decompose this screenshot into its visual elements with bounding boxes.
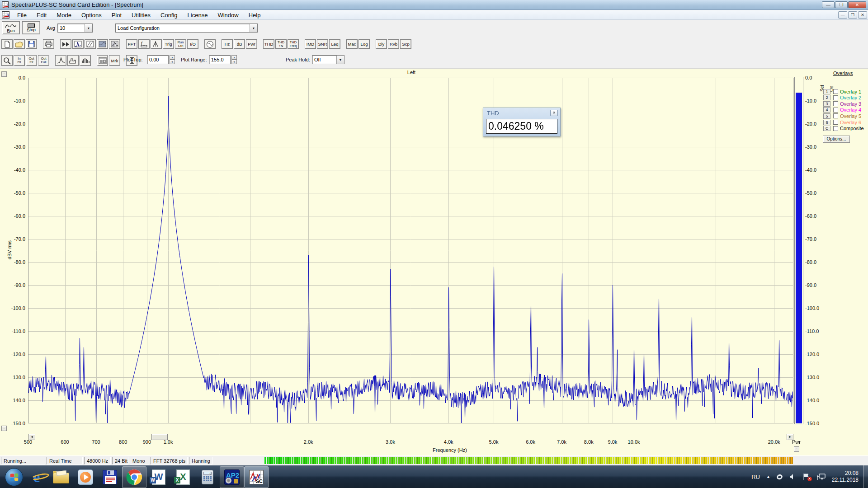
menu-item-utilities[interactable]: Utilities xyxy=(127,11,156,19)
overlay-set-button-4[interactable]: 4 xyxy=(823,107,830,113)
print-button[interactable] xyxy=(43,39,54,49)
delay-button[interactable]: Dly xyxy=(376,39,387,49)
menu-item-file[interactable]: File xyxy=(12,11,32,19)
display-options-button[interactable] xyxy=(97,55,108,66)
avg-select[interactable]: 10▼ xyxy=(57,23,93,33)
menu-item-options[interactable]: Options xyxy=(76,11,107,19)
chevron-down-icon[interactable]: ▼ xyxy=(85,24,92,32)
line-plot-style-button[interactable] xyxy=(55,55,66,66)
overlay-on-checkbox[interactable] xyxy=(833,120,838,125)
volume-icon[interactable] xyxy=(789,473,796,480)
overlay-on-checkbox[interactable] xyxy=(833,101,838,106)
spinner-down-icon[interactable]: ▼ xyxy=(231,60,237,64)
thd-popup[interactable]: THD ✕ 0.046250 % xyxy=(483,108,561,136)
overlays-options-button[interactable]: Options... xyxy=(823,136,850,143)
mdi-restore-icon[interactable]: ❐ xyxy=(848,11,857,19)
hidden-icons-arrow-icon[interactable]: ▲ xyxy=(766,474,770,479)
plot-top-spinner[interactable]: ▲▼ xyxy=(170,55,175,64)
snr-button[interactable]: SNR xyxy=(317,39,328,49)
zoom-button[interactable] xyxy=(1,55,13,66)
io-device-button[interactable]: I/O xyxy=(187,39,198,49)
thd-button[interactable]: THD xyxy=(263,39,274,49)
ap2-app-icon[interactable]: AP2 xyxy=(220,466,244,488)
bar-plot-style-button[interactable] xyxy=(80,55,91,66)
new-file-button[interactable] xyxy=(1,39,13,49)
action-center-flag-icon[interactable]: ✕ xyxy=(802,473,810,480)
mdi-close-icon[interactable]: ✕ xyxy=(858,11,867,19)
overlay-set-button-5[interactable]: 5 xyxy=(823,113,830,119)
step-plot-style-button[interactable] xyxy=(67,55,79,66)
maximize-button-icon[interactable]: ❐ xyxy=(835,1,848,8)
open-file-button[interactable] xyxy=(14,39,25,49)
clock[interactable]: 20:08 22.11.2018 xyxy=(832,470,859,483)
menu-item-config[interactable]: Config xyxy=(156,11,183,19)
minimize-button-icon[interactable]: — xyxy=(822,1,835,8)
spectrum-view-button[interactable] xyxy=(72,39,84,49)
zoom-in-2x-button[interactable]: In 2X xyxy=(14,55,25,66)
imd-button[interactable]: IMD xyxy=(305,39,316,49)
spectrum-plot-canvas[interactable] xyxy=(28,78,793,423)
trigger-button[interactable]: Trig xyxy=(163,39,174,49)
show-desktop-button[interactable] xyxy=(863,465,868,488)
plot-top-input[interactable]: 0.00 xyxy=(147,55,169,64)
thd-popup-close-icon[interactable]: ✕ xyxy=(550,110,558,116)
calculator-icon[interactable]: 0 xyxy=(195,466,220,488)
zoom-out-full-button[interactable]: Out Full xyxy=(38,55,49,66)
menu-item-window[interactable]: Window xyxy=(212,11,243,19)
overlay-on-checkbox[interactable] xyxy=(833,108,838,113)
run-control-button[interactable]: Run Ctrl xyxy=(175,39,186,49)
peak-marker-button[interactable] xyxy=(151,39,162,49)
chrome-icon[interactable] xyxy=(122,466,146,488)
scrollbar-thumb[interactable] xyxy=(151,434,168,440)
log-button[interactable]: Log xyxy=(359,39,370,49)
plot-range-spinner[interactable]: ▲▼ xyxy=(231,55,237,64)
plot-range-input[interactable]: 155.0 xyxy=(209,55,231,64)
excel-icon[interactable]: XX xyxy=(171,466,195,488)
fft-settings-button[interactable]: FFT xyxy=(126,39,137,49)
overlay-on-checkbox[interactable] xyxy=(833,95,838,100)
scope-button[interactable]: Scp xyxy=(400,39,411,49)
zoom-out-2x-button[interactable]: Out 2X xyxy=(26,55,37,66)
floppy-app-icon[interactable] xyxy=(98,466,122,488)
db-units-button[interactable]: dB xyxy=(234,39,245,49)
spectrogram-view-button[interactable] xyxy=(109,39,120,49)
overlay-set-button-C[interactable]: C xyxy=(823,126,830,131)
mdi-minimize-icon[interactable]: — xyxy=(838,11,847,19)
media-player-icon[interactable] xyxy=(73,466,98,488)
reverb-button[interactable]: Rvb xyxy=(388,39,399,49)
close-button-icon[interactable]: ✕ xyxy=(848,1,866,8)
chevron-down-icon[interactable]: ▼ xyxy=(336,56,344,64)
spectrum-window-icon[interactable] xyxy=(2,11,9,19)
overlay-on-checkbox[interactable] xyxy=(833,89,838,94)
overlay-set-button-2[interactable]: 2 xyxy=(823,95,830,100)
windows-explorer-icon[interactable] xyxy=(49,466,73,488)
load-configuration-select[interactable]: Load Configuration▼ xyxy=(115,23,258,33)
surface-view-button[interactable] xyxy=(97,39,108,49)
menu-item-mode[interactable]: Mode xyxy=(52,11,76,19)
pwr-units-button[interactable]: Pwr xyxy=(246,39,257,49)
stop-button[interactable]: Stop xyxy=(22,21,40,34)
leq-button[interactable]: Leq xyxy=(329,39,340,49)
menu-item-license[interactable]: License xyxy=(183,11,213,19)
tray-ring-icon[interactable] xyxy=(777,474,783,479)
spinner-up-icon[interactable]: ▲ xyxy=(170,55,175,60)
menu-item-edit[interactable]: Edit xyxy=(32,11,52,19)
run-button[interactable]: Run xyxy=(2,21,20,34)
collapse-bottom-right-button[interactable]: - xyxy=(794,446,799,452)
word-icon[interactable]: WW xyxy=(146,466,171,488)
phase-view-button[interactable] xyxy=(85,39,96,49)
signal-generator-button[interactable] xyxy=(204,39,216,49)
scale-settings-button[interactable]: f xyxy=(138,39,150,49)
network-icon[interactable] xyxy=(816,473,826,481)
overlay-set-button-3[interactable]: 3 xyxy=(823,101,830,107)
peak-hold-select[interactable]: Off▼ xyxy=(312,55,344,64)
overlay-set-button-1[interactable]: 1 xyxy=(823,89,830,94)
overlay-on-checkbox[interactable] xyxy=(833,126,838,131)
menu-item-help[interactable]: Help xyxy=(244,11,266,19)
hz-units-button[interactable]: Hz xyxy=(222,39,233,49)
playback-button[interactable] xyxy=(60,39,71,49)
collapse-bottom-left-button[interactable]: - xyxy=(1,426,7,431)
marker-button[interactable]: Mrk xyxy=(109,55,120,66)
save-file-button[interactable] xyxy=(26,39,37,49)
overlay-on-checkbox[interactable] xyxy=(833,113,838,118)
